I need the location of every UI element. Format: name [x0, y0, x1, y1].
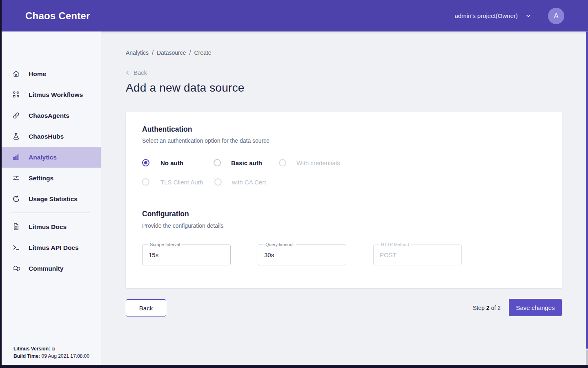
project-selector[interactable]: admin's project(Owner): [454, 12, 518, 19]
app-header: Chaos Center admin's project(Owner) A: [0, 0, 588, 31]
sidebar-item-home[interactable]: Home: [0, 63, 101, 84]
breadcrumb-create[interactable]: Create: [194, 49, 211, 56]
radio-basic-auth[interactable]: [214, 159, 221, 166]
chevron-down-icon[interactable]: [525, 13, 532, 19]
radio-tls-client-auth: [142, 178, 149, 186]
document-icon: [12, 223, 20, 231]
breadcrumb-datasource[interactable]: Datasource: [157, 49, 186, 56]
back-link-label: Back: [134, 69, 147, 76]
build-time-value: 09 Aug 2021 17:08:00: [41, 353, 89, 359]
sidebar-item-litmus-api-docs[interactable]: Litmus API Docs: [0, 237, 101, 258]
step-current: 2: [486, 305, 490, 311]
workflows-icon: [12, 91, 20, 99]
radio-basic-auth-label[interactable]: Basic auth: [231, 159, 262, 167]
page-title: Add a new data source: [126, 81, 245, 94]
radio-tls-client-auth-label: TLS Client Auth: [160, 178, 203, 186]
query-timeout-input[interactable]: [264, 245, 340, 265]
radio-no-auth-label[interactable]: No auth: [160, 159, 183, 167]
sidebar-item-chaosagents[interactable]: ChaosAgents: [0, 105, 101, 126]
sidebar-item-usage-statistics[interactable]: Usage Statistics: [0, 188, 101, 209]
authentication-section-subtitle: Select an authentication option for the …: [142, 137, 270, 144]
build-time-label: Build Time:: [13, 353, 40, 359]
configuration-section-subtitle: Provide the configuration details: [142, 222, 223, 229]
configuration-fields: Scrape Interval Query timeout HTTP Metho…: [142, 245, 550, 265]
http-method-field: HTTP Method: [373, 245, 462, 265]
back-button[interactable]: Back: [126, 299, 166, 316]
radio-with-credentials: [279, 159, 286, 166]
authentication-section-title: Authentication: [142, 125, 192, 134]
radio-with-credentials-label: With credentials: [296, 159, 340, 167]
http-method-input: [380, 245, 456, 265]
sliders-icon: [12, 174, 20, 182]
scrollbar-thumb[interactable]: [586, 31, 588, 349]
scrape-interval-field: Scrape Interval: [142, 245, 231, 265]
header-right: admin's project(Owner) A: [454, 8, 564, 24]
scrollbar-track: [586, 31, 588, 368]
step-prefix: Step: [473, 305, 485, 311]
sidebar-item-chaoshubs[interactable]: ChaosHubs: [0, 126, 101, 147]
sidebar-item-litmus-workflows[interactable]: Litmus Workflows: [0, 84, 101, 105]
query-timeout-field: Query timeout: [258, 245, 346, 265]
app-title: Chaos Center: [25, 10, 90, 22]
auth-options-row-1: No auth Basic auth With credentials: [142, 159, 510, 168]
terminal-icon: [12, 244, 20, 252]
step-indicator: Step 2 of 2: [443, 299, 501, 316]
main-content: Analytics / Datasource / Create Back Add…: [101, 31, 588, 368]
sidebar: Home Litmus Workflows ChaosAgents ChaosH…: [0, 31, 101, 365]
breadcrumb-separator: /: [189, 49, 191, 56]
avatar[interactable]: A: [548, 8, 564, 24]
breadcrumb-separator: /: [152, 49, 154, 56]
configuration-section-title: Configuration: [142, 210, 189, 218]
scrollbar-track-rest: [586, 350, 588, 365]
window-left-edge: [0, 0, 2, 368]
breadcrumb-analytics[interactable]: Analytics: [126, 49, 149, 56]
sidebar-item-community[interactable]: Community: [0, 258, 101, 279]
radio-with-ca-cert: [214, 178, 222, 186]
version-label: Litmus Version:: [13, 346, 50, 352]
save-changes-button[interactable]: Save changes: [509, 299, 562, 316]
chevron-left-icon: [125, 70, 131, 76]
radio-with-ca-cert-label: with CA Cert: [232, 178, 266, 186]
window-bottom-edge: [0, 365, 588, 368]
sidebar-divider: [11, 213, 90, 213]
auth-options-row-2: TLS Client Auth with CA Cert: [142, 178, 510, 187]
analytics-icon: [12, 153, 20, 162]
refresh-icon: [12, 195, 20, 203]
version-info: Litmus Version: ci Build Time: 09 Aug 20…: [13, 345, 89, 360]
link-icon: [12, 112, 20, 120]
back-link[interactable]: Back: [125, 69, 147, 76]
flask-icon: [12, 132, 20, 141]
sidebar-item-litmus-docs[interactable]: Litmus Docs: [0, 216, 101, 237]
version-value: ci: [51, 346, 55, 352]
datasource-form-card: Authentication Select an authentication …: [126, 112, 562, 288]
home-icon: [12, 70, 20, 78]
breadcrumb: Analytics / Datasource / Create: [126, 49, 211, 56]
step-suffix: of 2: [491, 305, 501, 311]
radio-no-auth[interactable]: [142, 159, 149, 166]
scrape-interval-input[interactable]: [149, 245, 225, 265]
sidebar-item-settings[interactable]: Settings: [0, 168, 101, 188]
sidebar-item-analytics[interactable]: Analytics: [0, 147, 101, 168]
chat-bubbles-icon: [12, 265, 20, 273]
